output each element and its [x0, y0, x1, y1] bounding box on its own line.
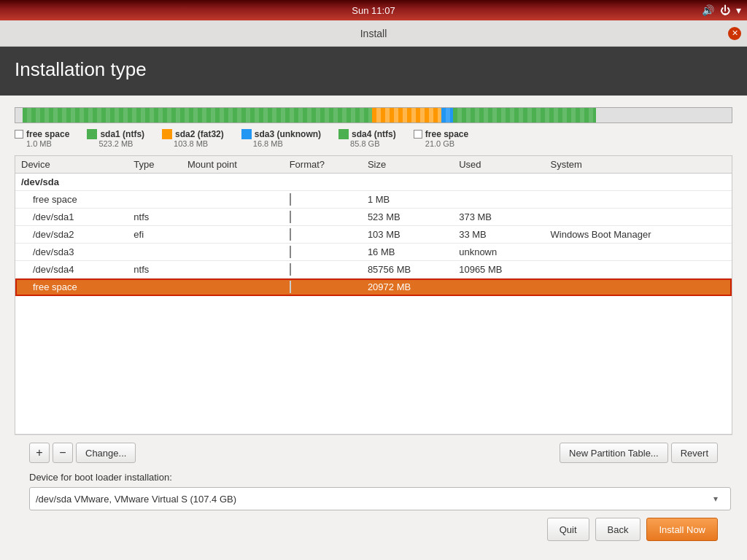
cell-format: [284, 209, 362, 226]
format-checkbox[interactable]: [290, 228, 291, 241]
revert-button[interactable]: Revert: [671, 443, 718, 463]
back-button[interactable]: Back: [595, 518, 641, 541]
volume-icon[interactable]: 🔊: [702, 4, 714, 16]
cell-used: 10965 MB: [453, 261, 544, 279]
format-checkbox[interactable]: [290, 211, 291, 223]
bootloader-select[interactable]: /dev/sda VMware, VMware Virtual S (107.4…: [29, 487, 731, 510]
table-row[interactable]: /dev/sda2 efi 103 MB 33 MB Windows Boot …: [15, 226, 732, 244]
partition-table: Device Type Mount point Format? Size Use…: [15, 155, 732, 435]
partition-legend: free space 1.0 MB sda1 (ntfs) 523.2 MB s…: [15, 129, 732, 148]
add-partition-button[interactable]: +: [29, 443, 50, 463]
page-title: Installation type: [15, 58, 732, 81]
new-partition-table-button[interactable]: New Partition Table...: [560, 443, 668, 463]
remove-partition-button[interactable]: −: [53, 443, 73, 463]
format-checkbox[interactable]: [290, 281, 291, 293]
install-now-button[interactable]: Install Now: [646, 518, 718, 541]
cell-device: /dev/sda1: [15, 209, 128, 226]
legend-checkbox-2[interactable]: [414, 130, 422, 139]
cell-size: 1 MB: [362, 191, 453, 209]
cell-device: /dev/sda: [15, 174, 128, 191]
cell-type: [128, 244, 182, 261]
legend-color-sda2: [162, 129, 172, 139]
bar-sda2: [372, 108, 441, 122]
cell-format: [284, 261, 362, 279]
cell-device: /dev/sda4: [15, 261, 128, 279]
cell-format: [284, 279, 362, 296]
table-row[interactable]: /dev/sda4 ntfs 85756 MB 10965 MB: [15, 261, 732, 279]
page-header: Installation type: [0, 47, 747, 96]
legend-color-sda3: [241, 129, 252, 139]
system-bar: Sun 11:07 🔊 ⏻ ▾: [0, 0, 747, 20]
cell-used: 373 MB: [453, 209, 544, 226]
cell-system: [545, 174, 732, 191]
cell-system: [545, 209, 732, 226]
cell-mount: [182, 191, 284, 209]
cell-size: 85756 MB: [362, 261, 453, 279]
bar-free-end: [596, 108, 732, 122]
cell-mount: [182, 244, 284, 261]
cell-mount: [182, 226, 284, 244]
cell-type: [128, 174, 182, 191]
col-system: System: [545, 156, 732, 174]
cell-used: [453, 191, 544, 209]
col-size: Size: [362, 156, 453, 174]
cell-device: /dev/sda3: [15, 244, 128, 261]
col-mount: Mount point: [182, 156, 284, 174]
legend-checkbox-1[interactable]: [15, 130, 23, 139]
table-row-selected[interactable]: free space 20972 MB: [15, 279, 732, 296]
quit-button[interactable]: Quit: [547, 518, 589, 541]
change-partition-button[interactable]: Change...: [76, 443, 136, 463]
format-checkbox[interactable]: [290, 263, 291, 276]
nav-buttons: Quit Back Install Now: [29, 518, 718, 541]
power-icon[interactable]: ⏻: [720, 4, 730, 16]
menu-arrow-icon[interactable]: ▾: [736, 4, 741, 16]
legend-free-space-2: free space 21.0 GB: [414, 129, 468, 148]
install-window: Install ✕ Installation type: [0, 20, 747, 560]
legend-sda4: sda4 (ntfs) 85.8 GB: [338, 129, 396, 148]
partition-bar-container: [15, 107, 732, 123]
cell-device: free space: [15, 279, 128, 296]
table-row[interactable]: /dev/sda1 ntfs 523 MB 373 MB: [15, 209, 732, 226]
table-row[interactable]: /dev/sda: [15, 174, 732, 191]
cell-type: [128, 279, 182, 296]
col-device: Device: [15, 156, 128, 174]
cell-mount: [182, 174, 284, 191]
legend-sda2: sda2 (fat32) 103.8 MB: [162, 129, 224, 148]
table-row[interactable]: /dev/sda3 16 MB unknown: [15, 244, 732, 261]
main-content: free space 1.0 MB sda1 (ntfs) 523.2 MB s…: [0, 96, 747, 560]
cell-size: 16 MB: [362, 244, 453, 261]
cell-size: 20972 MB: [362, 279, 453, 296]
legend-color-sda4: [338, 129, 349, 139]
cell-size: [362, 174, 453, 191]
format-checkbox[interactable]: [290, 193, 291, 206]
cell-type: ntfs: [128, 261, 182, 279]
bottom-toolbar: + − Change... New Partition Table... Rev…: [15, 435, 732, 548]
cell-format: [284, 191, 362, 209]
cell-system: [545, 191, 732, 209]
cell-system: [545, 261, 732, 279]
legend-sda1: sda1 (ntfs) 523.2 MB: [87, 129, 144, 148]
format-checkbox[interactable]: [290, 246, 291, 258]
legend-free-space-1: free space 1.0 MB: [15, 129, 69, 148]
cell-format: [284, 244, 362, 261]
cell-mount: [182, 279, 284, 296]
table-row[interactable]: free space 1 MB: [15, 191, 732, 209]
legend-color-sda1: [87, 129, 97, 139]
cell-system: [545, 244, 732, 261]
system-bar-right: 🔊 ⏻ ▾: [702, 4, 741, 16]
table-header-row: Device Type Mount point Format? Size Use…: [15, 156, 732, 174]
content-area: Installation type: [0, 47, 747, 560]
cell-mount: [182, 261, 284, 279]
bar-sda1: [23, 108, 372, 122]
cell-used: unknown: [453, 244, 544, 261]
bar-sda3: [441, 108, 453, 122]
cell-device: /dev/sda2: [15, 226, 128, 244]
bootloader-select-row: /dev/sda VMware, VMware Virtual S (107.4…: [29, 487, 718, 510]
cell-format: [284, 226, 362, 244]
cell-size: 523 MB: [362, 209, 453, 226]
cell-type: ntfs: [128, 209, 182, 226]
window-close-button[interactable]: ✕: [728, 27, 741, 40]
cell-type: efi: [128, 226, 182, 244]
bar-free-start: [15, 108, 23, 122]
close-icon: ✕: [732, 28, 738, 38]
